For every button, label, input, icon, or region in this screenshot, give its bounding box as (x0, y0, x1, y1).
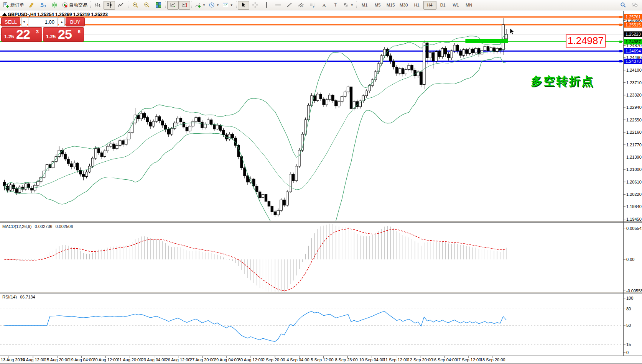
timeframe-mn-button[interactable]: MN (463, 1, 476, 10)
time-axis-label: 23 Aug 04:00 (142, 357, 166, 362)
sell-button[interactable]: SELL (1, 17, 20, 26)
cursor-button[interactable] (238, 1, 249, 10)
search-button[interactable] (617, 1, 629, 10)
periods-button[interactable]: ▼ (207, 1, 221, 10)
turning-point-text[interactable]: 多空转折点 (531, 74, 594, 89)
price-badge: 1.24694 (624, 48, 642, 54)
timeframe-m1-button[interactable]: M1 (358, 1, 371, 10)
timeframe-m15-button[interactable]: M15 (384, 1, 397, 10)
trendline-icon (286, 2, 293, 8)
price-tick: 1.24100 (626, 68, 642, 72)
community-button[interactable] (37, 1, 49, 10)
time-axis-label: 2 Sep 20:00 (262, 357, 285, 362)
timeframe-m30-button[interactable]: M30 (397, 1, 410, 10)
signals-icon (51, 2, 58, 8)
candle-chart-button[interactable] (104, 1, 115, 10)
time-axis-label: 12 Sep 20:00 (408, 357, 433, 362)
rsi-value: 66.7134 (20, 295, 35, 299)
line-chart-icon (118, 2, 124, 8)
timeframe-h4-button[interactable]: H4 (423, 1, 436, 10)
volume-down-button[interactable]: ▼ (21, 17, 27, 26)
chart-shift-icon (181, 2, 188, 8)
toolbar-grip (236, 2, 237, 8)
time-axis-label: 5 Sep 12:00 (311, 357, 333, 362)
auto-scroll-button[interactable] (167, 1, 179, 10)
new-order-label: 新订单 (10, 2, 24, 8)
autotrade-label: 自动交易 (69, 2, 87, 8)
price-tick: 1.19840 (626, 204, 642, 209)
zoom-in-button[interactable] (130, 1, 141, 10)
metaeditor-icon (28, 2, 35, 8)
macd-axis-label: 0.00 (626, 257, 634, 262)
bars-icon (95, 2, 101, 8)
macd-value-1: 0.002736 (35, 224, 52, 229)
price-badge: 1.25515 (624, 22, 642, 28)
time-axis-label: 19 Aug 04:00 (69, 357, 94, 362)
time-axis-label: 21 Aug 20:00 (117, 357, 142, 362)
autotrade-icon (62, 2, 68, 8)
vertical-line-button[interactable] (261, 1, 272, 10)
chat-button[interactable] (629, 1, 640, 10)
macd-name: MACD(12,26,9) (2, 224, 31, 229)
volume-input[interactable]: 1.00 (28, 17, 58, 26)
chat-icon (632, 2, 638, 8)
timeframe-w1-button[interactable]: W1 (449, 1, 463, 10)
trendline-button[interactable] (284, 1, 295, 10)
time-axis-label: 8 Sep 23:00 (335, 357, 357, 362)
horizontal-line-button[interactable] (272, 1, 284, 10)
new-order-icon (3, 2, 9, 8)
chart-shift-button[interactable] (179, 1, 190, 10)
price-tick: 1.20610 (626, 180, 642, 184)
buy-price-box[interactable]: 1.25 25 6 (43, 27, 84, 42)
crosshair-button[interactable] (249, 1, 261, 10)
sell-price-sup: 3 (36, 29, 39, 34)
timeframe-h1-button[interactable]: H1 (410, 1, 423, 10)
equidistant-channel-button[interactable]: E (295, 1, 307, 10)
text-button[interactable]: A (318, 1, 330, 10)
highlight-zone[interactable] (465, 39, 508, 43)
tile-windows-button[interactable] (153, 1, 164, 10)
macd-axis-label: 0.005543 (626, 226, 642, 231)
line-chart-button[interactable] (115, 1, 127, 10)
sell-price-box[interactable]: 1.25 22 3 (1, 27, 42, 42)
text-icon: A (321, 2, 327, 8)
time-axis-label: 10 Sep 04:00 (359, 357, 384, 362)
timeframe-m5-button[interactable]: M5 (371, 1, 384, 10)
price-callout-box[interactable]: 1.24987 (566, 34, 606, 48)
price-badge: 1.24987 (624, 39, 642, 44)
fibonacci-button[interactable]: F (307, 1, 318, 10)
templates-button[interactable]: ▼ (221, 1, 235, 10)
auto-scroll-icon (170, 2, 176, 8)
price-tick: 1.19450 (626, 217, 642, 221)
tile-windows-icon (155, 2, 161, 8)
time-axis-label: 20 Aug 12:00 (93, 357, 118, 362)
text-label-button[interactable]: T (330, 1, 341, 10)
timeframe-d1-button[interactable]: D1 (436, 1, 449, 10)
hline-icon (275, 2, 281, 8)
price-tick: 1.21000 (626, 167, 642, 172)
time-axis-label: 16 Sep 04:00 (432, 357, 457, 362)
buy-button[interactable]: BUY (66, 17, 85, 26)
buy-price-small: 1.25 (46, 34, 56, 39)
chart-ohlc: 1.25254 1.25269 1.25219 1.25223 (37, 12, 108, 17)
arrows-button[interactable]: ▼ (341, 1, 355, 10)
one-click-trading-panel: SELL ▼ 1.00 ▲ BUY 1.25 22 3 1.25 25 6 (1, 17, 85, 42)
metaeditor-button[interactable] (26, 1, 37, 10)
bar-chart-button[interactable] (92, 1, 104, 10)
zoom-out-button[interactable] (141, 1, 153, 10)
rsi-axis-label: 80 (626, 307, 631, 311)
time-axis-label: 15 Aug 20:00 (44, 357, 69, 362)
chart-canvas[interactable] (0, 0, 642, 364)
autotrade-button[interactable]: 自动交易 (60, 1, 89, 10)
price-tick: 1.21770 (626, 143, 642, 147)
toolbar-grip (191, 2, 192, 8)
price-tick: 1.23710 (626, 80, 642, 85)
volume-up-button[interactable]: ▲ (59, 17, 65, 26)
price-tick: 1.22550 (626, 118, 642, 122)
fibo-icon: F (309, 2, 316, 8)
signals-button[interactable] (49, 1, 60, 10)
new-order-button[interactable]: 新订单 (2, 1, 26, 10)
indicators-button[interactable]: ▼ (193, 1, 207, 10)
rsi-axis-label: 100 (626, 296, 633, 300)
time-axis-label: 27 Aug 20:00 (190, 357, 215, 362)
